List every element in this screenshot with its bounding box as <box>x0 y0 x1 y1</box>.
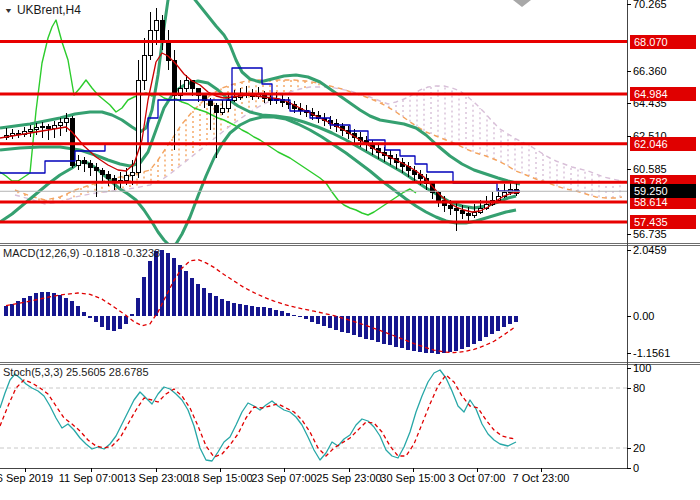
bullish-candle-body <box>53 125 57 128</box>
macd-bar <box>454 316 458 351</box>
macd-bar <box>76 306 80 316</box>
macd-bar <box>64 298 68 316</box>
macd-bar <box>406 316 410 350</box>
macd-bar <box>142 277 146 316</box>
stochastic-panel[interactable] <box>0 365 627 468</box>
bullish-candle-body <box>11 133 15 135</box>
macd-axis-label: 0.00 <box>633 310 654 322</box>
tenkan-sen-line <box>0 53 520 212</box>
macd-bar <box>364 316 368 339</box>
axis-tick-mark <box>627 368 631 369</box>
axis-tick-mark <box>627 103 631 104</box>
macd-bar <box>376 316 380 342</box>
bullish-candle-body <box>221 108 225 112</box>
time-axis-label: 18 Sep 15:00 <box>187 472 252 484</box>
macd-bar <box>286 313 290 316</box>
macd-bar <box>190 278 194 316</box>
macd-bar <box>298 316 302 317</box>
axis-tick-mark <box>627 353 631 354</box>
level-price-badge: 64.984 <box>630 87 696 101</box>
macd-bar <box>466 316 470 347</box>
macd-panel[interactable] <box>0 246 627 362</box>
main-chart-panel[interactable] <box>0 0 627 243</box>
macd-bar <box>130 314 134 316</box>
macd-bar <box>322 316 326 326</box>
bearish-candle-body <box>17 133 21 134</box>
axis-tick-mark <box>627 169 631 170</box>
macd-bar <box>112 316 116 331</box>
macd-indicator-label: MACD(12,26,9) -0.1818 -0.3238 <box>3 247 160 259</box>
level-price-badge: 68.070 <box>630 35 696 49</box>
bullish-candle-body <box>125 175 129 180</box>
macd-bar <box>202 288 206 316</box>
macd-bar <box>166 253 170 316</box>
axis-tick-mark <box>627 448 631 449</box>
macd-bar <box>472 316 476 344</box>
macd-bar <box>28 296 32 316</box>
stoch-axis-label: 20 <box>633 442 645 454</box>
time-axis-label: 25 Sep 23:00 <box>316 472 381 484</box>
bearish-candle-body <box>47 126 51 128</box>
price-tick-label: 70.265 <box>633 0 667 10</box>
time-tick-mark <box>91 468 92 472</box>
bearish-candle-body <box>215 105 219 112</box>
stochastic-canvas[interactable] <box>0 365 627 468</box>
main-chart-canvas[interactable] <box>0 0 627 243</box>
macd-bar <box>430 316 434 353</box>
macd-bar <box>256 307 260 316</box>
time-axis-line <box>0 468 627 469</box>
macd-bar <box>436 316 440 354</box>
time-axis-label: 7 Oct 23:00 <box>513 472 570 484</box>
macd-bar <box>394 316 398 347</box>
macd-bar <box>448 316 452 352</box>
bearish-candle-body <box>107 174 111 178</box>
time-axis-label: 11 Sep 07:00 <box>59 472 124 484</box>
macd-bar <box>478 316 482 341</box>
bullish-candle-body <box>29 129 33 131</box>
level-price-badge: 62.046 <box>630 137 696 151</box>
macd-bar <box>100 316 104 327</box>
chart-shift-icon[interactable] <box>513 0 531 7</box>
macd-bar <box>154 251 158 316</box>
macd-histogram <box>4 250 518 354</box>
bearish-candle-body <box>209 100 213 105</box>
macd-axis-label: -1.1561 <box>633 347 670 359</box>
current-price-badge: 59.250 <box>630 184 696 198</box>
stoch-axis-label: 100 <box>633 362 651 374</box>
axis-tick-mark <box>627 4 631 5</box>
macd-bar <box>508 316 512 324</box>
bearish-candle-body <box>89 163 93 167</box>
time-tick-mark <box>220 468 221 472</box>
macd-bar <box>10 304 14 316</box>
time-tick-mark <box>156 468 157 472</box>
axis-tick-mark <box>627 388 631 389</box>
macd-bar <box>262 307 266 316</box>
macd-bar <box>58 295 62 316</box>
axis-tick-mark <box>627 250 631 251</box>
macd-bar <box>502 316 506 327</box>
macd-bar <box>382 316 386 344</box>
time-axis-label: 13 Sep 23:00 <box>123 472 188 484</box>
macd-canvas[interactable] <box>0 246 627 362</box>
time-tick-mark <box>413 468 414 472</box>
macd-bar <box>496 316 500 331</box>
bearish-candle-body <box>95 167 99 170</box>
macd-bar <box>280 311 284 316</box>
macd-bar <box>220 299 224 316</box>
macd-bar <box>514 316 518 322</box>
macd-bar <box>250 306 254 316</box>
stochastic-indicator-label: Stoch(5,3,3) 25.5605 28.6785 <box>3 366 149 378</box>
time-tick-mark <box>349 468 350 472</box>
macd-bar <box>22 298 26 316</box>
macd-bar <box>244 305 248 316</box>
bullish-candle-body <box>41 126 45 127</box>
macd-bar <box>292 315 296 316</box>
macd-axis-label: 2.0459 <box>633 244 667 256</box>
bullish-candle-body <box>155 20 159 30</box>
macd-bar <box>4 306 8 316</box>
macd-bar <box>442 316 446 353</box>
bullish-candle-body <box>143 55 147 80</box>
macd-bar <box>490 316 494 334</box>
macd-bar <box>88 316 92 318</box>
macd-bar <box>40 292 44 316</box>
